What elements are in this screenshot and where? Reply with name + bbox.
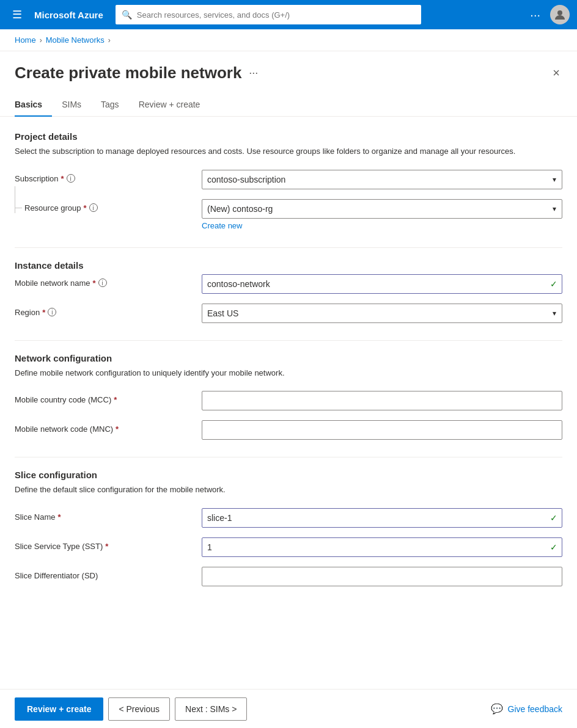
- slice-name-required: *: [57, 512, 61, 522]
- mnc-row: Mobile network code (MNC) *: [15, 420, 562, 440]
- resource-group-control: (New) contoso-rg ▾ Create new: [202, 199, 562, 230]
- resource-group-select-wrapper: (New) contoso-rg ▾: [202, 199, 562, 219]
- project-details-section: Project details Select the subscription …: [15, 131, 562, 230]
- region-row: Region * i East US West US West Europe E…: [15, 304, 562, 323]
- network-name-input-wrapper: ✓: [202, 274, 562, 294]
- mcc-input[interactable]: [202, 391, 562, 410]
- page-title-row: Create private mobile network ···: [15, 64, 258, 82]
- tab-review-create[interactable]: Review + create: [129, 95, 210, 117]
- subscription-info-icon[interactable]: i: [67, 174, 75, 183]
- breadcrumb: Home › Mobile Networks ›: [0, 29, 577, 51]
- mcc-label: Mobile country code (MCC): [15, 395, 111, 404]
- slice-name-input-wrapper: ✓: [202, 508, 562, 528]
- slice-name-input[interactable]: [202, 508, 562, 528]
- network-config-desc: Define mobile network configuration to u…: [15, 367, 562, 379]
- resource-group-required: *: [84, 203, 87, 213]
- network-name-label-col: Mobile network name * i: [15, 274, 192, 288]
- region-required: *: [42, 308, 45, 317]
- slice-name-check-icon: ✓: [550, 513, 557, 523]
- mnc-control: [202, 420, 562, 440]
- breadcrumb-mobile-networks[interactable]: Mobile Networks: [46, 35, 105, 45]
- slice-name-control: ✓: [202, 508, 562, 528]
- search-bar[interactable]: 🔍: [116, 5, 421, 24]
- subscription-control: contoso-subscription ▾: [202, 170, 562, 189]
- instance-details-title: Instance details: [15, 260, 562, 271]
- previous-button[interactable]: < Previous: [108, 697, 170, 721]
- breadcrumb-separator-1: ›: [40, 36, 42, 45]
- tab-tags[interactable]: Tags: [91, 95, 129, 117]
- tab-basics[interactable]: Basics: [15, 95, 52, 117]
- subscription-label-col: Subscription * i: [15, 170, 192, 183]
- search-icon: 🔍: [122, 10, 132, 20]
- next-button[interactable]: Next : SIMs >: [175, 697, 247, 721]
- region-select-wrapper: East US West US West Europe East Asia ▾: [202, 304, 562, 323]
- subscription-row: Subscription * i contoso-subscription ▾: [15, 170, 562, 189]
- breadcrumb-home[interactable]: Home: [15, 35, 36, 45]
- footer: Review + create < Previous Next : SIMs >…: [0, 689, 577, 727]
- mnc-required: *: [116, 424, 119, 434]
- network-name-row: Mobile network name * i ✓: [15, 274, 562, 294]
- more-options-icon[interactable]: ···: [530, 8, 540, 22]
- mcc-required: *: [114, 395, 117, 404]
- resource-group-label: Resource group: [24, 203, 81, 213]
- slice-config-title: Slice configuration: [15, 470, 562, 480]
- divider-1: [15, 247, 562, 248]
- network-name-control: ✓: [202, 274, 562, 294]
- breadcrumb-separator-2: ›: [108, 36, 111, 45]
- mnc-label-col: Mobile network code (MNC) *: [15, 420, 192, 434]
- subscription-label: Subscription: [15, 174, 59, 183]
- page-more-options-icon[interactable]: ···: [249, 67, 258, 79]
- subscription-select[interactable]: contoso-subscription: [202, 170, 562, 189]
- create-new-link[interactable]: Create new: [202, 221, 242, 230]
- sst-label: Slice Service Type (SST): [15, 542, 103, 551]
- sst-input[interactable]: [202, 537, 562, 557]
- network-name-info-icon[interactable]: i: [98, 278, 107, 287]
- slice-config-section: Slice configuration Define the default s…: [15, 470, 562, 586]
- resource-group-label-col: Resource group * i: [15, 199, 192, 213]
- sst-check-icon: ✓: [550, 542, 557, 552]
- network-config-section: Network configuration Define mobile netw…: [15, 353, 562, 440]
- instance-details-section: Instance details Mobile network name * i…: [15, 260, 562, 323]
- main-container: Create private mobile network ··· × Basi…: [0, 51, 577, 727]
- top-navigation: ☰ Microsoft Azure 🔍 ···: [0, 0, 577, 29]
- close-button[interactable]: ×: [550, 64, 562, 82]
- sd-input[interactable]: [202, 567, 562, 586]
- slice-name-label-col: Slice Name *: [15, 508, 192, 522]
- subscription-required: *: [61, 174, 64, 183]
- region-info-icon[interactable]: i: [48, 308, 56, 316]
- mcc-control: [202, 391, 562, 410]
- azure-logo: Microsoft Azure: [34, 10, 103, 20]
- hamburger-menu-icon[interactable]: ☰: [7, 3, 27, 26]
- search-input[interactable]: [137, 10, 415, 20]
- divider-3: [15, 457, 562, 457]
- page-header: Create private mobile network ··· ×: [0, 51, 577, 82]
- sd-label: Slice Differentiator (SD): [15, 571, 98, 580]
- sd-row: Slice Differentiator (SD): [15, 567, 562, 586]
- tab-sims[interactable]: SIMs: [52, 95, 91, 117]
- slice-name-label: Slice Name: [15, 512, 55, 522]
- resource-group-info-icon[interactable]: i: [89, 203, 98, 212]
- slice-config-desc: Define the default slice configuration f…: [15, 484, 562, 496]
- user-avatar[interactable]: [550, 5, 570, 24]
- give-feedback-label[interactable]: Give feedback: [508, 704, 563, 714]
- resource-group-select[interactable]: (New) contoso-rg: [202, 199, 562, 219]
- feedback-icon: 💬: [491, 703, 503, 715]
- page-title: Create private mobile network: [15, 64, 241, 82]
- region-label: Region: [15, 308, 40, 317]
- mnc-input[interactable]: [202, 420, 562, 440]
- mnc-label: Mobile network code (MNC): [15, 424, 113, 434]
- region-select[interactable]: East US West US West Europe East Asia: [202, 304, 562, 323]
- sst-required: *: [105, 542, 108, 551]
- project-details-title: Project details: [15, 131, 562, 142]
- network-config-title: Network configuration: [15, 353, 562, 363]
- mcc-label-col: Mobile country code (MCC) *: [15, 391, 192, 404]
- subscription-select-wrapper: contoso-subscription ▾: [202, 170, 562, 189]
- network-name-required: *: [93, 278, 96, 288]
- slice-name-row: Slice Name * ✓: [15, 508, 562, 528]
- network-name-label: Mobile network name: [15, 278, 90, 288]
- network-name-check-icon: ✓: [550, 279, 557, 289]
- review-create-button[interactable]: Review + create: [15, 697, 103, 721]
- network-name-input[interactable]: [202, 274, 562, 294]
- region-label-col: Region * i: [15, 304, 192, 317]
- divider-2: [15, 340, 562, 341]
